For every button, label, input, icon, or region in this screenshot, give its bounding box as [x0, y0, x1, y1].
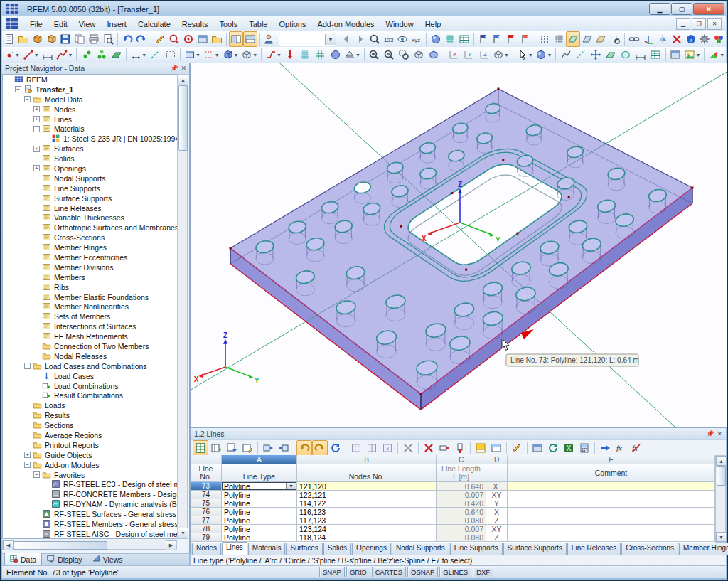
tree-item-nodal-releases[interactable]: Nodal Releases: [3, 351, 177, 361]
nodal-load-icon[interactable]: [283, 47, 298, 63]
render-settings-icon[interactable]: ▼: [535, 47, 554, 63]
info-sphere-icon[interactable]: i: [684, 31, 698, 47]
export-next-icon[interactable]: [276, 440, 291, 456]
status-toggle-glines[interactable]: GLINES: [439, 567, 471, 577]
tree-item-nodes[interactable]: +Nodes: [3, 105, 177, 114]
filter-grid-2-icon[interactable]: [364, 440, 380, 456]
delete-cross-icon[interactable]: [670, 31, 684, 47]
table-tab-nodes[interactable]: Nodes: [192, 543, 221, 555]
tree-item-surface-supports[interactable]: Surface Supports: [3, 193, 177, 203]
delete-row-icon[interactable]: [437, 440, 452, 456]
row-header-79[interactable]: 79: [191, 533, 222, 542]
tree-item-rf-steel-aisc-design-of-steel-[interactable]: ARF-STEEL AISC - Design of steel members…: [3, 529, 177, 539]
tree-item-rf-dynam-dynamic-analysis-basi[interactable]: RF-DYNAM - Dynamic analysis (Basic, A: [3, 499, 177, 509]
menu-item-add-on-modules[interactable]: Add-on Modules: [311, 18, 380, 31]
menu-item-table[interactable]: Table: [243, 18, 273, 31]
cell-axis[interactable]: Z: [486, 533, 508, 542]
nodal-support-icon[interactable]: ▼: [343, 47, 362, 63]
close-button[interactable]: ✕: [693, 3, 724, 15]
edit-pencil-icon[interactable]: [154, 31, 168, 47]
view-isometric-icon[interactable]: ▼: [491, 47, 510, 63]
zoom-out-icon[interactable]: [382, 47, 397, 63]
insert-dimension-icon[interactable]: [41, 47, 55, 63]
cell-comment[interactable]: [508, 482, 715, 491]
node-green-icon[interactable]: [79, 47, 94, 63]
cell-comment[interactable]: [508, 499, 715, 508]
zoom-region-icon[interactable]: [608, 31, 622, 47]
tree-horizontal-scrollbar[interactable]: ◀ ▶: [2, 540, 177, 550]
color-table-icon[interactable]: [488, 440, 504, 456]
table-tab-openings[interactable]: Openings: [352, 543, 391, 555]
plane-settings-icon[interactable]: [594, 31, 608, 47]
minimize-button[interactable]: ▁: [649, 3, 670, 15]
calculator-icon[interactable]: [577, 440, 592, 456]
fx-formula-icon[interactable]: fx: [613, 440, 628, 456]
column-letter-C[interactable]: C: [437, 455, 486, 464]
sync-view-icon[interactable]: [545, 440, 561, 456]
frame-select-icon[interactable]: [163, 47, 178, 63]
table-tab-surface-supports[interactable]: Surface Supports: [503, 543, 567, 555]
jump-to-icon[interactable]: [597, 440, 613, 456]
import-model-icon[interactable]: [31, 31, 45, 47]
pin-icon[interactable]: 📌: [706, 430, 714, 437]
insert-polyline-icon[interactable]: ▼: [55, 47, 75, 63]
insert-node-icon[interactable]: ▼: [2, 47, 21, 63]
tree-item-result-combinations[interactable]: Result Combinations: [3, 391, 177, 401]
tree-item-member-divisions[interactable]: Member Divisions: [3, 262, 177, 272]
render-mode-icon[interactable]: [328, 47, 343, 63]
cell-line-length[interactable]: 0.080: [437, 533, 486, 542]
table-tab-nodal-supports[interactable]: Nodal Supports: [392, 543, 449, 555]
tree-item-sections[interactable]: Sections: [3, 420, 177, 430]
axes-xyz-icon[interactable]: xyz: [410, 31, 424, 47]
cell-line-type[interactable]: Polyline▼: [222, 482, 297, 491]
color-spheres-icon[interactable]: [712, 31, 726, 47]
close-icon[interactable]: ✕: [717, 430, 722, 437]
menu-item-view[interactable]: View: [73, 18, 102, 31]
tree-item-intersections-of-surfaces[interactable]: Intersections of Surfaces: [3, 321, 177, 331]
copy-icon[interactable]: [73, 31, 87, 47]
collapse-icon[interactable]: −: [15, 86, 21, 92]
tree-item-materials[interactable]: −Materials: [3, 124, 177, 134]
cell-line-length[interactable]: 0.080: [437, 516, 486, 525]
tree-item-surfaces[interactable]: +Surfaces: [3, 144, 177, 154]
tree-item-cross-sections[interactable]: Cross-Sections: [3, 233, 177, 242]
row-header-73[interactable]: 73: [191, 482, 222, 491]
refresh-icon[interactable]: [328, 440, 343, 456]
tree-item-printout-reports[interactable]: Printout Reports: [3, 440, 177, 450]
guide-object-icon[interactable]: [573, 47, 588, 63]
cell-comment[interactable]: [508, 525, 715, 533]
cell-nodes-no[interactable]: 116,123: [297, 508, 437, 516]
tree-item-sets-of-members[interactable]: Sets of Members: [3, 311, 177, 321]
layout-split-vertical-icon[interactable]: [229, 31, 243, 47]
row-header-78[interactable]: 78: [191, 525, 222, 533]
cell-line-type[interactable]: Polyline: [222, 491, 297, 499]
select-box-icon[interactable]: ▼: [183, 47, 202, 63]
tree-item-rf-steel-surfaces-general-stre[interactable]: RF-STEEL Surfaces - General stress analy…: [3, 509, 177, 519]
undo-icon[interactable]: [120, 31, 134, 47]
table-tab-line-supports[interactable]: Line Supports: [450, 543, 503, 555]
solid-box-icon[interactable]: ▼: [221, 47, 240, 63]
undo-yellow-icon[interactable]: [296, 440, 312, 456]
delete-red-icon[interactable]: [421, 440, 437, 456]
table-tab-materials[interactable]: Materials: [248, 543, 286, 555]
maximize-button[interactable]: ▢: [671, 3, 692, 15]
cell-comment[interactable]: [508, 533, 715, 542]
close-icon[interactable]: ✕: [181, 65, 186, 72]
chevron-down-icon[interactable]: ▼: [286, 483, 296, 489]
tree-item-lines[interactable]: +Lines: [3, 114, 177, 124]
resize-grip[interactable]: ⋰: [717, 568, 724, 576]
menu-item-tools[interactable]: Tools: [213, 18, 243, 31]
fx-delete-icon[interactable]: fx: [628, 440, 644, 456]
cell-line-type[interactable]: Polyline: [222, 499, 297, 508]
work-plane-2-icon[interactable]: [580, 31, 594, 47]
window-tool-icon[interactable]: [668, 47, 683, 63]
print-preview-icon[interactable]: [101, 31, 115, 47]
tree-item-rf-steel-members-general-stres[interactable]: RF-STEEL Members - General stress analys…: [3, 519, 177, 529]
new-block-icon[interactable]: ▼: [202, 47, 221, 63]
snap-target-icon[interactable]: [181, 31, 196, 47]
cell-comment[interactable]: [508, 516, 715, 525]
tree-item-openings[interactable]: +Openings: [3, 164, 177, 174]
chevron-down-icon[interactable]: ▼: [325, 34, 336, 45]
surface-green-icon[interactable]: [109, 47, 124, 63]
collapse-icon[interactable]: −: [24, 462, 31, 468]
